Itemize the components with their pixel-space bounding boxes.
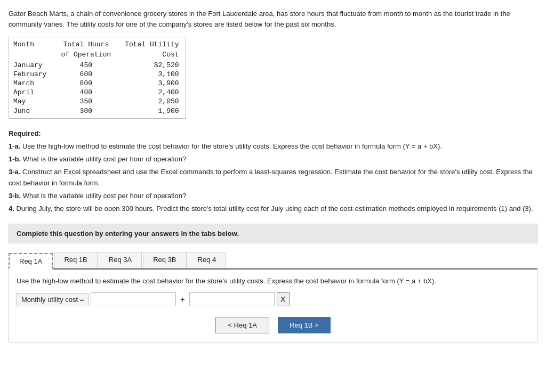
cell-hours: 300 xyxy=(57,106,121,119)
required-item-1a: 1-a. Use the high-low method to estimate… xyxy=(9,141,537,152)
formula-label: Monthly utility cost = xyxy=(17,293,89,306)
tab-req1a[interactable]: Req 1A xyxy=(9,253,53,270)
cell-month: February xyxy=(9,70,57,79)
tab-description: Use the high-low method to estimate the … xyxy=(17,276,529,287)
table-row: February 600 3,100 xyxy=(9,70,186,79)
cell-cost: 3,100 xyxy=(121,70,186,79)
cell-month: January xyxy=(9,61,57,70)
data-table: Month Total Hours Total Utility of Opera… xyxy=(9,37,186,119)
col-cost-header-line2: Cost xyxy=(121,50,186,61)
col-cost-header-line1: Total Utility xyxy=(121,37,186,50)
cell-month: May xyxy=(9,97,57,106)
table-row: April 400 2,400 xyxy=(9,88,186,97)
cell-hours: 350 xyxy=(57,97,121,106)
required-item-3a: 3-a. Construct an Excel spreadsheet and … xyxy=(9,167,537,188)
formula-input-a[interactable] xyxy=(91,292,176,306)
cell-hours: 450 xyxy=(57,61,121,70)
table-row: June 300 1,900 xyxy=(9,106,186,119)
required-item-3b: 3-b. What is the variable utility cost p… xyxy=(9,191,537,201)
cell-hours: 600 xyxy=(57,70,121,79)
cell-cost: 1,900 xyxy=(121,106,186,119)
nav-buttons: < Req 1A Req 1B > xyxy=(17,317,529,333)
col-hours-header-line1: Total Hours xyxy=(57,37,121,50)
complete-text: Complete this question by entering your … xyxy=(17,230,239,238)
cell-cost: 3,900 xyxy=(121,79,186,88)
col-month-header2 xyxy=(9,50,57,61)
tab-req3b[interactable]: Req 3B xyxy=(143,252,186,268)
cell-month: June xyxy=(9,106,57,119)
cell-month: March xyxy=(9,79,57,88)
tab-req4[interactable]: Req 4 xyxy=(188,252,227,268)
table-row: March 800 3,900 xyxy=(9,79,186,88)
cell-hours: 800 xyxy=(57,79,121,88)
plus-sign: + xyxy=(178,295,187,304)
next-button[interactable]: Req 1B > xyxy=(278,317,331,333)
required-item-1b: 1-b. What is the variable utility cost p… xyxy=(9,154,537,165)
tab-req3a[interactable]: Req 3A xyxy=(99,252,142,268)
col-month-header: Month xyxy=(9,37,57,50)
table-row: January 450 $2,520 xyxy=(9,61,186,70)
required-item-4: 4. During July, the store will be open 3… xyxy=(9,203,537,214)
tab-content: Use the high-low method to estimate the … xyxy=(9,270,537,343)
x-label[interactable]: X xyxy=(277,292,290,306)
cell-cost: 2,050 xyxy=(121,97,186,106)
col-hours-header-line2: of Operation xyxy=(57,50,121,61)
cell-cost: $2,520 xyxy=(121,61,186,70)
cell-month: April xyxy=(9,88,57,97)
prev-button[interactable]: < Req 1A xyxy=(215,317,269,333)
intro-text: Gator Beach Marts, a chain of convenienc… xyxy=(9,9,537,29)
formula-row: Monthly utility cost = + X xyxy=(17,292,529,306)
table-row: May 350 2,050 xyxy=(9,97,186,106)
required-label: Required: xyxy=(9,129,41,137)
cell-hours: 400 xyxy=(57,88,121,97)
formula-input-b[interactable] xyxy=(189,292,275,306)
tab-req1b[interactable]: Req 1B xyxy=(54,252,97,268)
tabs-row: Req 1AReq 1BReq 3AReq 3BReq 4 xyxy=(9,252,537,270)
required-section: Required: 1-a. Use the high-low method t… xyxy=(9,128,537,214)
complete-box: Complete this question by entering your … xyxy=(9,224,537,243)
cell-cost: 2,400 xyxy=(121,88,186,97)
